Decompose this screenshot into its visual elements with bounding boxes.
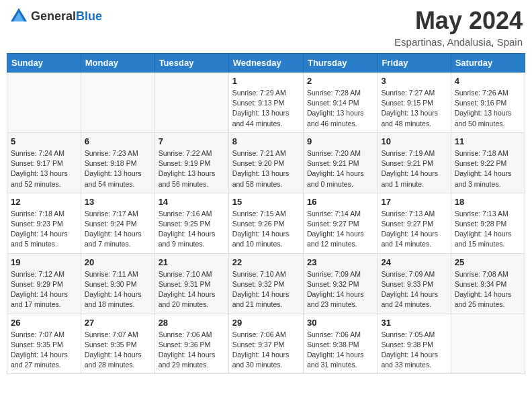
cell-date-number: 11 bbox=[455, 136, 521, 146]
calendar-cell bbox=[154, 73, 228, 133]
calendar-cell: 14Sunrise: 7:16 AM Sunset: 9:25 PM Dayli… bbox=[154, 193, 228, 253]
title-block: May 2024 Espartinas, Andalusia, Spain bbox=[394, 7, 523, 48]
cell-info-text: Sunrise: 7:05 AM Sunset: 9:38 PM Dayligh… bbox=[381, 330, 447, 371]
logo-icon bbox=[9, 7, 28, 26]
cell-info-text: Sunrise: 7:29 AM Sunset: 9:13 PM Dayligh… bbox=[232, 88, 300, 129]
weekday-header-saturday: Saturday bbox=[451, 54, 525, 73]
cell-date-number: 25 bbox=[455, 257, 521, 267]
cell-date-number: 31 bbox=[381, 318, 447, 328]
calendar-cell bbox=[451, 314, 525, 374]
calendar-cell: 26Sunrise: 7:07 AM Sunset: 9:35 PM Dayli… bbox=[7, 314, 81, 374]
calendar-cell: 3Sunrise: 7:27 AM Sunset: 9:15 PM Daylig… bbox=[378, 73, 451, 133]
cell-date-number: 17 bbox=[381, 197, 447, 207]
logo: GeneralBlue bbox=[9, 7, 102, 26]
cell-info-text: Sunrise: 7:16 AM Sunset: 9:25 PM Dayligh… bbox=[159, 209, 225, 250]
week-row-2: 5Sunrise: 7:24 AM Sunset: 9:17 PM Daylig… bbox=[7, 132, 525, 193]
cell-date-number: 20 bbox=[85, 257, 151, 267]
weekday-header-friday: Friday bbox=[378, 54, 451, 73]
cell-date-number: 4 bbox=[455, 76, 521, 86]
cell-info-text: Sunrise: 7:19 AM Sunset: 9:21 PM Dayligh… bbox=[381, 148, 447, 189]
cell-date-number: 7 bbox=[159, 136, 225, 146]
cell-info-text: Sunrise: 7:11 AM Sunset: 9:30 PM Dayligh… bbox=[85, 269, 151, 310]
month-year-title: May 2024 bbox=[394, 7, 523, 35]
cell-info-text: Sunrise: 7:06 AM Sunset: 9:37 PM Dayligh… bbox=[232, 330, 300, 371]
calendar-cell: 16Sunrise: 7:14 AM Sunset: 9:27 PM Dayli… bbox=[303, 193, 377, 253]
cell-info-text: Sunrise: 7:09 AM Sunset: 9:33 PM Dayligh… bbox=[381, 269, 447, 310]
week-row-5: 26Sunrise: 7:07 AM Sunset: 9:35 PM Dayli… bbox=[7, 314, 525, 374]
calendar-cell: 28Sunrise: 7:06 AM Sunset: 9:36 PM Dayli… bbox=[154, 314, 228, 374]
cell-info-text: Sunrise: 7:09 AM Sunset: 9:32 PM Dayligh… bbox=[307, 269, 373, 310]
calendar-cell: 25Sunrise: 7:08 AM Sunset: 9:34 PM Dayli… bbox=[451, 253, 525, 314]
cell-info-text: Sunrise: 7:23 AM Sunset: 9:18 PM Dayligh… bbox=[85, 148, 151, 189]
cell-date-number: 3 bbox=[381, 76, 447, 86]
week-row-1: 1Sunrise: 7:29 AM Sunset: 9:13 PM Daylig… bbox=[7, 73, 525, 133]
calendar-cell: 11Sunrise: 7:18 AM Sunset: 9:22 PM Dayli… bbox=[451, 132, 525, 193]
calendar-cell: 9Sunrise: 7:20 AM Sunset: 9:21 PM Daylig… bbox=[303, 132, 377, 193]
cell-date-number: 18 bbox=[455, 197, 521, 207]
cell-date-number: 28 bbox=[159, 318, 225, 328]
cell-date-number: 19 bbox=[11, 257, 77, 267]
cell-date-number: 12 bbox=[11, 197, 77, 207]
cell-info-text: Sunrise: 7:15 AM Sunset: 9:26 PM Dayligh… bbox=[232, 209, 300, 250]
calendar-cell: 20Sunrise: 7:11 AM Sunset: 9:30 PM Dayli… bbox=[81, 253, 154, 314]
cell-info-text: Sunrise: 7:20 AM Sunset: 9:21 PM Dayligh… bbox=[307, 148, 373, 189]
cell-info-text: Sunrise: 7:21 AM Sunset: 9:20 PM Dayligh… bbox=[232, 148, 300, 189]
cell-info-text: Sunrise: 7:07 AM Sunset: 9:35 PM Dayligh… bbox=[11, 330, 77, 371]
calendar-cell bbox=[7, 73, 81, 133]
cell-info-text: Sunrise: 7:10 AM Sunset: 9:32 PM Dayligh… bbox=[232, 269, 300, 310]
cell-info-text: Sunrise: 7:13 AM Sunset: 9:27 PM Dayligh… bbox=[381, 209, 447, 250]
calendar-cell: 30Sunrise: 7:06 AM Sunset: 9:38 PM Dayli… bbox=[303, 314, 377, 374]
cell-info-text: Sunrise: 7:14 AM Sunset: 9:27 PM Dayligh… bbox=[307, 209, 373, 250]
cell-date-number: 6 bbox=[85, 136, 151, 146]
calendar-cell: 31Sunrise: 7:05 AM Sunset: 9:38 PM Dayli… bbox=[378, 314, 451, 374]
cell-date-number: 21 bbox=[159, 257, 225, 267]
week-row-3: 12Sunrise: 7:18 AM Sunset: 9:23 PM Dayli… bbox=[7, 193, 525, 253]
cell-info-text: Sunrise: 7:22 AM Sunset: 9:19 PM Dayligh… bbox=[159, 148, 225, 189]
page-header: GeneralBlue May 2024 Espartinas, Andalus… bbox=[7, 7, 525, 48]
cell-info-text: Sunrise: 7:12 AM Sunset: 9:29 PM Dayligh… bbox=[11, 269, 77, 310]
calendar-cell: 13Sunrise: 7:17 AM Sunset: 9:24 PM Dayli… bbox=[81, 193, 154, 253]
cell-info-text: Sunrise: 7:18 AM Sunset: 9:22 PM Dayligh… bbox=[455, 148, 521, 189]
week-row-4: 19Sunrise: 7:12 AM Sunset: 9:29 PM Dayli… bbox=[7, 253, 525, 314]
calendar-cell: 22Sunrise: 7:10 AM Sunset: 9:32 PM Dayli… bbox=[228, 253, 303, 314]
calendar-table: SundayMondayTuesdayWednesdayThursdayFrid… bbox=[7, 53, 525, 374]
cell-date-number: 24 bbox=[381, 257, 447, 267]
calendar-cell: 10Sunrise: 7:19 AM Sunset: 9:21 PM Dayli… bbox=[378, 132, 451, 193]
calendar-cell: 1Sunrise: 7:29 AM Sunset: 9:13 PM Daylig… bbox=[228, 73, 303, 133]
cell-date-number: 16 bbox=[307, 197, 373, 207]
cell-date-number: 29 bbox=[232, 318, 300, 328]
calendar-cell: 7Sunrise: 7:22 AM Sunset: 9:19 PM Daylig… bbox=[154, 132, 228, 193]
cell-info-text: Sunrise: 7:07 AM Sunset: 9:35 PM Dayligh… bbox=[85, 330, 151, 371]
cell-date-number: 15 bbox=[232, 197, 300, 207]
calendar-cell: 2Sunrise: 7:28 AM Sunset: 9:14 PM Daylig… bbox=[303, 73, 377, 133]
calendar-cell: 18Sunrise: 7:13 AM Sunset: 9:28 PM Dayli… bbox=[451, 193, 525, 253]
calendar-cell: 4Sunrise: 7:26 AM Sunset: 9:16 PM Daylig… bbox=[451, 73, 525, 133]
cell-info-text: Sunrise: 7:27 AM Sunset: 9:15 PM Dayligh… bbox=[381, 88, 447, 129]
calendar-cell: 12Sunrise: 7:18 AM Sunset: 9:23 PM Dayli… bbox=[7, 193, 81, 253]
weekday-header-monday: Monday bbox=[81, 54, 154, 73]
cell-date-number: 8 bbox=[232, 136, 300, 146]
weekday-header-sunday: Sunday bbox=[7, 54, 81, 73]
cell-info-text: Sunrise: 7:06 AM Sunset: 9:36 PM Dayligh… bbox=[159, 330, 225, 371]
cell-info-text: Sunrise: 7:10 AM Sunset: 9:31 PM Dayligh… bbox=[159, 269, 225, 310]
location-subtitle: Espartinas, Andalusia, Spain bbox=[394, 36, 523, 48]
cell-date-number: 30 bbox=[307, 318, 373, 328]
calendar-cell: 27Sunrise: 7:07 AM Sunset: 9:35 PM Dayli… bbox=[81, 314, 154, 374]
cell-date-number: 2 bbox=[307, 76, 373, 86]
logo-text-general: General bbox=[31, 9, 76, 23]
cell-info-text: Sunrise: 7:13 AM Sunset: 9:28 PM Dayligh… bbox=[455, 209, 521, 250]
cell-info-text: Sunrise: 7:18 AM Sunset: 9:23 PM Dayligh… bbox=[11, 209, 77, 250]
cell-date-number: 10 bbox=[381, 136, 447, 146]
cell-date-number: 14 bbox=[159, 197, 225, 207]
calendar-cell: 24Sunrise: 7:09 AM Sunset: 9:33 PM Dayli… bbox=[378, 253, 451, 314]
calendar-cell: 19Sunrise: 7:12 AM Sunset: 9:29 PM Dayli… bbox=[7, 253, 81, 314]
cell-date-number: 23 bbox=[307, 257, 373, 267]
weekday-header-wednesday: Wednesday bbox=[228, 54, 303, 73]
cell-info-text: Sunrise: 7:06 AM Sunset: 9:38 PM Dayligh… bbox=[307, 330, 373, 371]
calendar-cell: 15Sunrise: 7:15 AM Sunset: 9:26 PM Dayli… bbox=[228, 193, 303, 253]
cell-date-number: 26 bbox=[11, 318, 77, 328]
calendar-cell bbox=[81, 73, 154, 133]
calendar-cell: 5Sunrise: 7:24 AM Sunset: 9:17 PM Daylig… bbox=[7, 132, 81, 193]
calendar-cell: 21Sunrise: 7:10 AM Sunset: 9:31 PM Dayli… bbox=[154, 253, 228, 314]
cell-date-number: 5 bbox=[11, 136, 77, 146]
